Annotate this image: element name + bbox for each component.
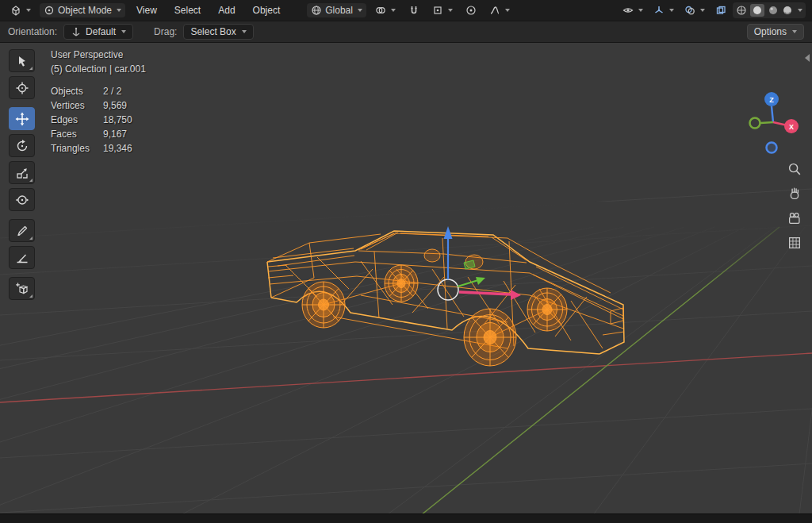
viewport-3d[interactable]: User Perspective (5) Collection | car.00… [0,43,812,513]
chevron-down-icon [358,9,362,12]
wheel-front-left [302,282,345,328]
tool-cursor[interactable] [9,76,35,99]
orientation-dropdown[interactable]: Global [307,3,366,17]
tool-shelf [9,49,35,304]
stat-label: Triangles [51,141,97,156]
x-axis-line [0,353,812,402]
tool-measure[interactable] [9,246,35,269]
chevron-down-icon [669,9,674,12]
axis-z-label: Z [769,96,774,104]
tool-scale[interactable] [9,161,35,184]
rotate-icon [15,139,29,153]
snap-settings-dropdown[interactable] [428,3,457,17]
editor-type-button[interactable] [6,3,35,17]
stat-value: 9,167 [103,127,146,141]
axis-z-neg-ball[interactable] [767,143,777,153]
axis-x-label: X [789,123,794,131]
camera-view-button[interactable] [785,209,804,228]
stat-label: Vertices [51,98,97,113]
navigation-gizmo[interactable]: Z X [747,87,799,157]
tool-move[interactable] [9,107,35,130]
menu-object[interactable]: Object [247,2,287,18]
falloff-dropdown[interactable] [485,3,514,17]
orientation-value-dropdown[interactable]: Default [63,24,133,40]
eye-icon [622,5,634,16]
pivot-dropdown[interactable] [371,3,400,17]
annotate-pen-icon [15,224,29,238]
sidebar-collapse-arrow[interactable] [805,54,810,62]
tool-select-box[interactable] [9,49,35,72]
viewport-overlay-text: User Perspective (5) Collection | car.00… [51,48,146,156]
orientation-label: Global [325,5,353,16]
drag-value-dropdown[interactable]: Select Box [183,24,253,40]
shading-mode-group [733,2,806,18]
gizmos-dropdown[interactable] [649,3,678,17]
transform-icon [15,193,29,207]
shading-solid-button[interactable] [750,4,764,17]
perspective-toggle-button[interactable] [785,233,804,252]
measure-icon [15,251,29,265]
shading-material-icon[interactable] [768,5,779,16]
scale-icon [15,166,29,180]
magnet-icon [408,5,419,16]
chevron-down-icon [448,9,453,12]
editor-type-icon [10,5,21,16]
chevron-down-icon [700,9,705,12]
proportional-edit-button[interactable] [462,3,481,17]
tool-settings-bar: Orientation: Default Drag: Select Box Op… [0,21,812,43]
camera-icon [787,210,802,226]
gizmo-icon [653,5,665,16]
drag-setting-label: Drag: [154,26,177,37]
object-mode-icon [44,5,55,16]
overlays-dropdown[interactable] [680,3,709,17]
timeline-strip[interactable] [0,513,812,523]
menu-view[interactable]: View [130,2,163,18]
viewport-side-controls [785,160,804,252]
chevron-down-icon [242,30,247,33]
shading-rendered-icon[interactable] [782,5,793,16]
axis-icon [71,26,82,37]
mode-label: Object Mode [58,5,112,16]
zoom-button[interactable] [785,160,804,179]
xray-toggle-button[interactable] [711,3,730,17]
falloff-curve-icon [489,5,500,16]
menu-select[interactable]: Select [168,2,207,18]
orientation-value: Default [86,26,116,37]
snap-toggle-button[interactable] [404,3,423,17]
blender-window: Object Mode View Select Add Object Globa… [0,0,812,523]
proportional-edit-icon [465,5,477,16]
axis-y-neg-ball[interactable] [750,118,760,129]
chevron-down-icon [638,9,643,12]
tool-rotate[interactable] [9,134,35,157]
wheel-rear-left [464,309,516,366]
stat-value: 18,750 [103,113,146,127]
stat-value: 9,569 [103,98,146,113]
chevron-down-icon[interactable] [798,9,802,12]
tool-add-cube[interactable] [9,277,35,300]
pan-button[interactable] [785,184,804,203]
mode-dropdown[interactable]: Object Mode [40,3,125,17]
shading-wireframe-icon[interactable] [736,5,747,16]
active-collection: (5) Collection | car.001 [51,62,146,76]
options-label: Options [754,26,787,37]
xray-icon [715,5,726,16]
wheel-front-right [385,265,418,302]
tool-transform[interactable] [9,188,35,211]
move-icon [15,112,29,126]
globe-icon [311,5,322,16]
options-dropdown[interactable]: Options [747,24,804,40]
scene-statistics: Objects 2 / 2 Vertices 9,569 Edges 18,75… [51,84,146,156]
shading-solid-icon [752,5,763,16]
chevron-down-icon [505,9,510,12]
tool-annotate[interactable] [9,219,35,242]
visibility-dropdown[interactable] [619,3,647,17]
stat-label: Objects [51,84,97,98]
ortho-grid-icon [787,235,802,251]
snap-target-icon [432,5,443,16]
overlays-icon [684,5,695,16]
view-name: User Perspective [51,48,146,62]
menu-add[interactable]: Add [212,2,241,18]
stat-label: Edges [51,113,97,127]
magnifier-icon [787,161,802,177]
chevron-down-icon [117,9,121,12]
